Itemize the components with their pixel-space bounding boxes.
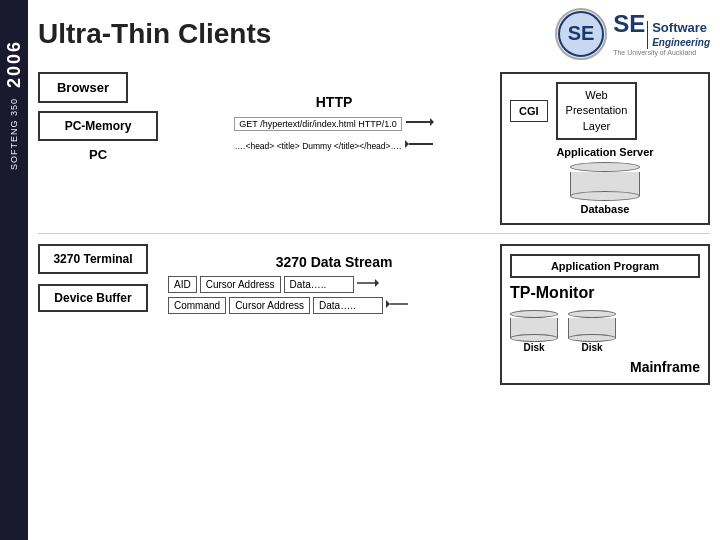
db-top: [570, 162, 640, 172]
head-text: ….<head> <title> Dummy </title></head>….: [235, 141, 402, 151]
svg-marker-9: [386, 300, 390, 308]
svg-marker-3: [430, 118, 434, 126]
terminal-box: 3270 Terminal: [38, 244, 148, 274]
disk2-bottom: [568, 334, 616, 342]
disk-1: Disk: [510, 310, 558, 353]
app-server-label: Application Server: [510, 146, 700, 158]
http-area: Browser PC-Memory PC HTTP GET /hypertext…: [38, 72, 710, 225]
data-row-2: Command Cursor Address Data…..: [168, 297, 500, 314]
http-label: HTTP: [168, 94, 500, 110]
aid-cell: AID: [168, 276, 197, 293]
disk1-top: [510, 310, 558, 318]
data-cell-2: Data…..: [313, 297, 383, 314]
sidebar: 2006 SOFTENG 350: [0, 0, 28, 540]
svg-marker-7: [375, 279, 379, 287]
divider: [38, 233, 710, 234]
disk1-label: Disk: [523, 342, 544, 353]
data-arrow-2: [386, 297, 408, 314]
get-text: GET /hypertext/dir/index.html HTTP/1.0: [234, 117, 401, 131]
logo-text: SE SoftwareEngineering The University of…: [613, 11, 710, 57]
cgi-web-row: CGI Web Presentation Layer: [510, 82, 700, 140]
cursor-cell-1: Cursor Address: [200, 276, 281, 293]
sidebar-course: SOFTENG 350: [9, 98, 19, 170]
logo-se-label: SE: [613, 11, 645, 37]
right-arrow-1: [406, 114, 434, 133]
se-logo-circle: SE: [555, 8, 607, 60]
browser-box: Browser: [38, 72, 128, 103]
disk2-top: [568, 310, 616, 318]
http-middle: HTTP GET /hypertext/dir/index.html HTTP/…: [168, 72, 500, 155]
http-arrows: GET /hypertext/dir/index.html HTTP/1.0 ……: [168, 114, 500, 155]
database-label: Database: [581, 203, 630, 215]
logo-area: SE SE SoftwareEngineering The University…: [555, 8, 710, 60]
db-bottom: [570, 191, 640, 201]
3270-left: 3270 Terminal Device Buffer: [38, 244, 168, 312]
database-cylinder: Database: [510, 162, 700, 215]
disk1-bottom: [510, 334, 558, 342]
data-cell-1: Data…..: [284, 276, 354, 293]
mainframe-label: Mainframe: [510, 359, 700, 375]
sidebar-year: 2006: [4, 40, 25, 88]
web-presentation-box: Web Presentation Layer: [556, 82, 638, 140]
device-buffer-box: Device Buffer: [38, 284, 148, 312]
app-program-box: Application Program: [510, 254, 700, 278]
cgi-box: CGI: [510, 100, 548, 122]
logo-software-label: SoftwareEngineering: [647, 21, 710, 50]
pc-memory-box: PC-Memory: [38, 111, 158, 141]
http-right: CGI Web Presentation Layer Application S…: [500, 72, 710, 225]
main-content: Ultra-Thin Clients SE SE SoftwareEnginee…: [28, 0, 720, 540]
page-title: Ultra-Thin Clients: [38, 18, 271, 50]
3270-area: 3270 Terminal Device Buffer 3270 Data St…: [38, 244, 710, 385]
mainframe-container: Application Program TP-Monitor Disk: [500, 244, 710, 385]
svg-text:SE: SE: [568, 22, 595, 44]
3270-middle: 3270 Data Stream AID Cursor Address Data…: [168, 244, 500, 318]
command-cell: Command: [168, 297, 226, 314]
right-arrow-2: [405, 136, 433, 155]
3270-right: Application Program TP-Monitor Disk: [500, 244, 710, 385]
header: Ultra-Thin Clients SE SE SoftwareEnginee…: [38, 8, 710, 60]
disk-row: Disk Disk: [510, 310, 700, 353]
get-row: GET /hypertext/dir/index.html HTTP/1.0: [234, 114, 433, 133]
logo-university-label: The University of Auckland: [613, 49, 710, 57]
logo-engineering-label: Engineering: [652, 37, 710, 48]
pc-label: PC: [38, 147, 158, 162]
disk2-label: Disk: [581, 342, 602, 353]
data-stream-title: 3270 Data Stream: [168, 254, 500, 270]
svg-marker-5: [405, 140, 409, 148]
tp-monitor-label: TP-Monitor: [510, 284, 700, 302]
data-arrow-1: [357, 276, 379, 293]
cursor-cell-2: Cursor Address: [229, 297, 310, 314]
http-left: Browser PC-Memory PC: [38, 72, 168, 162]
app-server-container: CGI Web Presentation Layer Application S…: [500, 72, 710, 225]
head-row: ….<head> <title> Dummy </title></head>….: [235, 136, 434, 155]
data-row-1: AID Cursor Address Data…..: [168, 276, 500, 293]
disk-2: Disk: [568, 310, 616, 353]
